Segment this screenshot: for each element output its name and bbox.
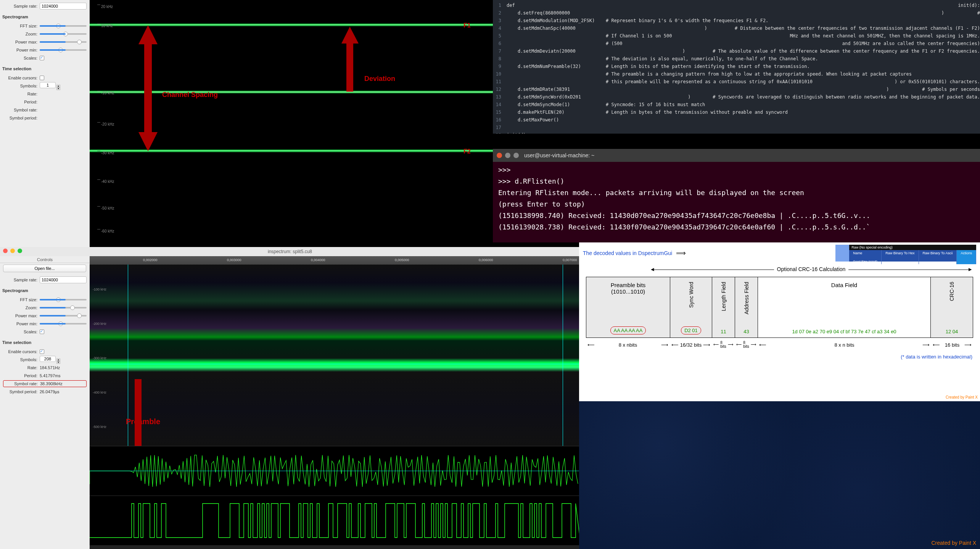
power-min-slider[interactable]: [40, 323, 87, 325]
deviation-arrow-icon: [340, 27, 360, 92]
symbols-stepper[interactable]: ▲▼: [56, 85, 60, 90]
address-value: 43: [743, 329, 749, 334]
time-selection-section: Time selection: [2, 340, 90, 345]
fft-size-slider[interactable]: [40, 299, 87, 300]
fft-size-slider[interactable]: [40, 25, 87, 27]
sample-rate-input[interactable]: [40, 3, 87, 10]
crc-span-arrow: ◀▶ Optional CRC-16 Calculation: [652, 266, 971, 274]
power-max-label: Power max:: [3, 313, 37, 318]
packet-table: Preamble bits(1010...1010) AA AA AA AA S…: [586, 277, 973, 338]
credit-label: Created by Paint X: [931, 540, 976, 546]
code-line[interactable]: 11 # this preamble will be represented a…: [493, 78, 980, 86]
freq-tick: -100 kHz: [93, 287, 106, 291]
minimize-icon[interactable]: [10, 249, 15, 253]
symbols-stepper[interactable]: ▲▼: [56, 358, 60, 364]
sample-rate-input[interactable]: [40, 276, 87, 283]
symbols-label: Symbols:: [3, 357, 37, 362]
sync-value: D2 01: [681, 326, 701, 334]
strip-col: Raw Binary To Hex: [885, 251, 914, 255]
threshold-plot[interactable]: [90, 496, 580, 545]
ruler-tick: 0,007000: [563, 258, 577, 262]
minimize-icon[interactable]: [505, 153, 510, 158]
symbols-label: Symbols:: [3, 84, 37, 88]
close-icon[interactable]: [3, 249, 8, 253]
zoom-slider[interactable]: [40, 307, 87, 308]
power-max-slider[interactable]: [40, 41, 87, 43]
symbol-period-label: Symbol period:: [3, 116, 37, 120]
sample-rate-label: Sample rate:: [3, 4, 37, 8]
code-line[interactable]: 4 d.setMdmChanSpc(40000) # Distance betw…: [493, 24, 980, 32]
power-min-slider[interactable]: [40, 49, 87, 51]
rate-value: 184.571Hz: [40, 365, 87, 370]
enable-cursors-checkbox[interactable]: [40, 76, 44, 80]
ruler-tick: 0,004000: [311, 258, 325, 262]
inspectrum-panel-bottom: inspectrum: split5.cu8 Controls Open fil…: [0, 247, 579, 549]
credit-label: Created by Paint X: [946, 395, 978, 399]
spectrogram-display-bottom[interactable]: -100 kHz-200 kHz-300 kHz-400 kHz-500 kHz…: [90, 265, 580, 446]
symbols-input[interactable]: [40, 356, 56, 362]
code-line[interactable]: 5 # If Channel 1 is on 500MHz and the ne…: [493, 32, 980, 40]
symbols-input[interactable]: [40, 82, 56, 88]
crc-value: 12 04: [946, 329, 958, 334]
terminal-line: Entering RFlisten mode... packets arrivi…: [498, 187, 975, 199]
terminal[interactable]: user@user-virtual-machine: ~ >>>>>> d.RF…: [493, 149, 980, 242]
length-cell: Length Field 11: [712, 277, 735, 337]
address-cell: Address Field 43: [735, 277, 758, 337]
panel2-titlebar[interactable]: inspectrum: split5.cu8: [0, 247, 580, 256]
code-line[interactable]: 7 d.setMdmDeviatn(20000) # The absolute …: [493, 47, 980, 55]
decoded-label: The decoded values in DspectrumGui: [583, 250, 672, 256]
zoom-slider[interactable]: [40, 33, 87, 35]
symbol-rate-label: Symbol rate:: [3, 108, 37, 112]
terminal-line: (1516138998.740) Received: 11430d070ea27…: [498, 210, 975, 221]
code-line[interactable]: 9 d.setMdmNumPreamble(32) # Length in bi…: [493, 63, 980, 70]
maximize-icon[interactable]: [513, 153, 519, 158]
code-line[interactable]: 17: [493, 124, 980, 131]
strip-col: Actions: [961, 251, 972, 255]
bits-annotations: ⟵8 x nbits⟶ ⟵16/32 bits⟶ ⟵8 bits⟶ ⟵8 bit…: [586, 340, 973, 349]
code-line[interactable]: 13 d.setMdmSyncWord(0xD201) # Syncwords …: [493, 93, 980, 101]
time-ruler[interactable]: 0,0020000,0030000,0040000,0050000,006000…: [90, 256, 580, 265]
period-label: Period:: [3, 373, 37, 378]
terminal-line: (1516139028.738) Received: 11430f070ea27…: [498, 221, 975, 233]
code-line[interactable]: 8 # The deviation is also equal, numeric…: [493, 55, 980, 63]
open-file-button[interactable]: Open file...: [3, 265, 86, 272]
code-line[interactable]: 6 # (500 and 501MHz are also called the …: [493, 40, 980, 47]
length-value: 11: [721, 329, 726, 334]
code-editor[interactable]: 1def init(d):2 d.setFreq(868000000) #3 d…: [493, 0, 980, 134]
spectro2-horiz[interactable]: [90, 364, 580, 364]
power-max-slider[interactable]: [40, 315, 87, 316]
code-line[interactable]: 16 d.setMaxPower(): [493, 116, 980, 124]
spectro2-cursor[interactable]: [563, 265, 563, 446]
preamble-cell: Preamble bits(1010...1010) AA AA AA AA: [586, 277, 670, 337]
ruler-tick: 0,002000: [143, 258, 158, 262]
code-line[interactable]: 15 d.makePktFLEN(20) # Length in bytes o…: [493, 108, 980, 116]
code-line[interactable]: 18init(d): [493, 131, 980, 134]
f1-annotation: F1: [463, 22, 471, 29]
panel2-content[interactable]: 0,0020000,0030000,0040000,0050000,006000…: [90, 256, 580, 549]
rate-label: Rate:: [3, 365, 37, 370]
amplitude-plot[interactable]: [90, 446, 580, 496]
strip-col: Name: [853, 251, 877, 255]
spectrogram-display-top[interactable]: 20 kHz10 kHz-10 kHz-20 kHz-30 kHz-40 kHz…: [90, 0, 493, 247]
enable-cursors-checkbox[interactable]: [40, 349, 44, 354]
scales-checkbox[interactable]: [40, 56, 44, 60]
power-max-label: Power max:: [3, 40, 37, 44]
terminal-body[interactable]: >>>>>> d.RFlisten()Entering RFlisten mod…: [493, 162, 980, 235]
code-line[interactable]: 1def init(d):: [493, 2, 980, 9]
channel-spacing-arrow-icon: [135, 25, 161, 151]
dspectrum-strip: Raw (No special encoding) NameGood Raw (…: [835, 245, 976, 262]
enable-cursors-label: Enable cursors:: [3, 76, 37, 80]
code-line[interactable]: 3 d.setMdmModulation(MOD_2FSK) # Represe…: [493, 17, 980, 24]
terminal-titlebar[interactable]: user@user-virtual-machine: ~: [493, 149, 980, 162]
code-line[interactable]: 14 d.setMdmSyncMode(1) # Syncmode: 15 of…: [493, 101, 980, 108]
close-icon[interactable]: [497, 153, 502, 158]
code-line[interactable]: 10 # The preamble is a changing pattern …: [493, 70, 980, 78]
scales-checkbox[interactable]: [40, 329, 44, 334]
data-value: 1d 07 0e a2 70 e9 04 cf bf 73 7e 47 cf a…: [792, 329, 896, 334]
packet-diagram: The decoded values in DspectrumGui ⟹ Raw…: [579, 242, 980, 401]
zoom-label: Zoom:: [3, 305, 37, 310]
code-line[interactable]: 12 d.setMdmDRate(38391) # Symbols per se…: [493, 86, 980, 93]
terminal-line: (press Enter to stop): [498, 199, 975, 210]
code-line[interactable]: 2 d.setFreq(868000000) #: [493, 9, 980, 17]
maximize-icon[interactable]: [18, 249, 22, 253]
